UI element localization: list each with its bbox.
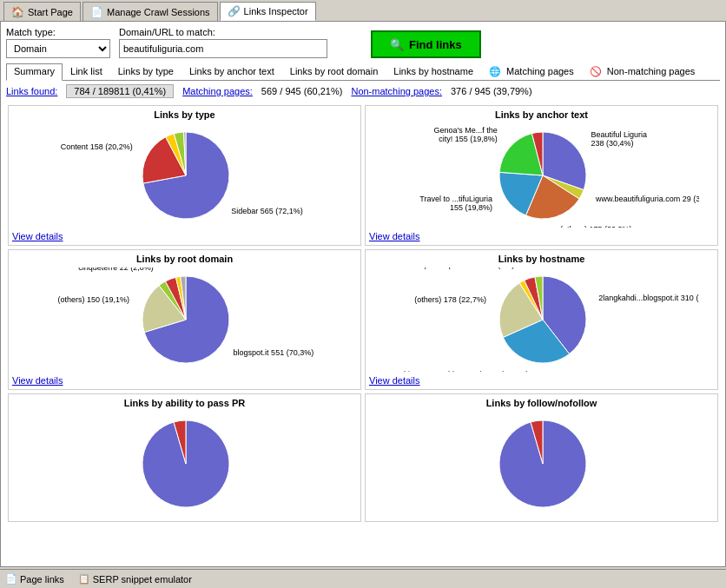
pie-svg-links-by-type: Sidebar 565 (72,1%)Content 158 (20,2%)He… bbox=[12, 123, 342, 228]
pie-label: (others) 150 (19,1%) bbox=[58, 295, 130, 304]
match-type-group: Match type: Domain URL bbox=[6, 27, 110, 58]
sub-tab-links-by-type[interactable]: Links by type bbox=[110, 63, 182, 80]
chart-panel-links-by-follow: Links by follow/nofollowfollow 749 (95,5… bbox=[365, 393, 718, 522]
chart-title-links-by-hostname: Links by hostname bbox=[369, 254, 714, 264]
chart-panel-links-by-pr: Links by ability to pass PRYes 749 (95,5… bbox=[8, 393, 361, 522]
sub-tabs: Summary Link list Links by type Links by… bbox=[6, 63, 720, 81]
pie-svg-links-by-hostname: 2langkahdi...blogspot.it 310 (39,5%)bian… bbox=[369, 268, 699, 372]
start-page-icon: 🏠 bbox=[11, 6, 24, 18]
pie-label: (others) 178 (22,7%) bbox=[414, 295, 486, 304]
view-details-links-by-anchor[interactable]: View details bbox=[369, 231, 420, 241]
title-tabs: 🏠 Start Page 📄 Manage Crawl Sessions 🔗 L… bbox=[0, 0, 726, 21]
matching-pages-value: 569 / 945 (60,21%) bbox=[261, 86, 343, 96]
pie-label: bareandpur...rdpress.com 16 (2%) bbox=[396, 268, 515, 269]
serp-label: SERP snippet emulator bbox=[93, 574, 192, 585]
chart-panel-links-by-anchor: Links by anchor textBeautiful Liguria238… bbox=[365, 105, 718, 246]
tab-manage-crawl[interactable]: 📄 Manage Crawl Sessions bbox=[82, 2, 218, 21]
sub-tab-links-by-root[interactable]: Links by root domain bbox=[282, 63, 386, 80]
pie-label: follow 749 (95,5%) bbox=[551, 515, 617, 516]
pie-svg-links-by-anchor: Beautiful Liguria238 (30,4%)www.beautifu… bbox=[369, 123, 699, 228]
stats-row: Links found: 784 / 189811 (0,41%) Matchi… bbox=[6, 84, 720, 98]
pie-label: Genoa's Me...f thecity! 155 (19,8%) bbox=[434, 126, 498, 143]
chart-title-links-by-follow: Links by follow/nofollow bbox=[369, 398, 714, 408]
pie-label: www.beautifuliguria.com 29 (3,7%) bbox=[595, 195, 699, 203]
match-type-label: Match type: bbox=[6, 27, 110, 37]
pie-label: cinqueterre 22 (2,8%) bbox=[78, 268, 154, 272]
non-matching-value: 376 / 945 (39,79%) bbox=[451, 86, 532, 96]
chart-title-links-by-type: Links by type bbox=[12, 109, 357, 120]
non-matching-icon: 🚫 bbox=[590, 66, 602, 76]
match-type-dropdown[interactable]: Domain URL bbox=[6, 39, 110, 58]
manage-crawl-icon: 📄 bbox=[90, 6, 103, 18]
sub-tab-links-by-hostname[interactable]: Links by hostname bbox=[386, 63, 481, 80]
pie-svg-links-by-root-domain: blogspot.it 551 (70,3%)(others) 150 (19,… bbox=[12, 268, 342, 372]
charts-grid: Links by typeSidebar 565 (72,1%)Content … bbox=[6, 103, 720, 524]
domain-input[interactable] bbox=[119, 39, 327, 58]
chart-panel-links-by-hostname: Links by hostname2langkahdi...blogspot.i… bbox=[365, 249, 718, 390]
pie-label: (others) 175 (22,3%) bbox=[560, 225, 632, 228]
view-details-links-by-hostname[interactable]: View details bbox=[369, 375, 420, 386]
pie-label: Yes 749 (95,5%) bbox=[195, 515, 252, 516]
tab-start-page[interactable]: 🏠 Start Page bbox=[3, 2, 81, 21]
bottom-bar: 📄 Page links 📋 SERP snippet emulator bbox=[0, 569, 726, 588]
pie-label: blogspot.it 551 (70,3%) bbox=[234, 348, 314, 357]
sub-tab-links-by-anchor[interactable]: Links by anchor text bbox=[182, 63, 282, 80]
chart-title-links-by-root-domain: Links by root domain bbox=[12, 254, 357, 264]
domain-group: Domain/URL to match: bbox=[119, 27, 327, 58]
chart-panel-links-by-root-domain: Links by root domainblogspot.it 551 (70,… bbox=[8, 249, 361, 390]
links-found-value: 784 / 189811 (0,41%) bbox=[66, 84, 174, 98]
pie-svg-links-by-pr: Yes 749 (95,5%)No 35 (4,5%) bbox=[12, 412, 342, 516]
bottom-page-links[interactable]: 📄 Page links bbox=[5, 573, 64, 585]
serp-icon: 📋 bbox=[78, 573, 90, 585]
matching-pages-icon: 🌐 bbox=[489, 66, 501, 76]
sub-tab-summary[interactable]: Summary bbox=[6, 63, 63, 81]
sub-tab-link-list[interactable]: Link list bbox=[63, 63, 110, 80]
links-found-label[interactable]: Links found: bbox=[6, 86, 57, 96]
view-details-links-by-root-domain[interactable]: View details bbox=[12, 375, 63, 386]
pie-label: Beautiful Liguria238 (30,4%) bbox=[591, 130, 648, 148]
pie-svg-links-by-follow: follow 749 (95,5%)nofollow 35 (4,5%) bbox=[369, 412, 699, 516]
page-links-label: Page links bbox=[20, 574, 64, 585]
pie-label: biancoross...blogspot.it 226 (28,8%) bbox=[404, 370, 529, 372]
links-inspector-icon: 🔗 bbox=[228, 5, 241, 17]
pie-label: Sidebar 565 (72,1%) bbox=[231, 207, 303, 215]
domain-label: Domain/URL to match: bbox=[119, 27, 327, 37]
pie-label: Content 158 (20,2%) bbox=[61, 142, 133, 151]
bottom-serp-emulator[interactable]: 📋 SERP snippet emulator bbox=[78, 573, 192, 585]
page-links-icon: 📄 bbox=[5, 573, 17, 585]
view-details-links-by-type[interactable]: View details bbox=[12, 231, 63, 241]
main-area: Match type: Domain URL Domain/URL to mat… bbox=[0, 21, 726, 567]
find-links-icon: 🔍 bbox=[390, 38, 404, 51]
pie-label: 2langkahdi...blogspot.it 310 (39,5%) bbox=[598, 294, 699, 302]
find-links-button[interactable]: 🔍 Find links bbox=[371, 30, 481, 58]
pie-label: Travel to ...tifuLiguria155 (19,8%) bbox=[419, 195, 492, 212]
chart-title-links-by-anchor: Links by anchor text bbox=[369, 109, 714, 120]
controls-row: Match type: Domain URL Domain/URL to mat… bbox=[6, 27, 720, 58]
chart-panel-links-by-type: Links by typeSidebar 565 (72,1%)Content … bbox=[8, 105, 361, 246]
sub-tab-non-matching[interactable]: 🚫 Non-matching pages bbox=[582, 63, 703, 80]
matching-pages-label[interactable]: Matching pages: bbox=[182, 86, 253, 96]
sub-tab-matching-pages[interactable]: 🌐 Matching pages bbox=[481, 63, 582, 80]
non-matching-label[interactable]: Non-matching pages: bbox=[351, 86, 442, 96]
tab-links-inspector[interactable]: 🔗 Links Inspector bbox=[220, 2, 316, 21]
chart-title-links-by-pr: Links by ability to pass PR bbox=[12, 398, 357, 408]
